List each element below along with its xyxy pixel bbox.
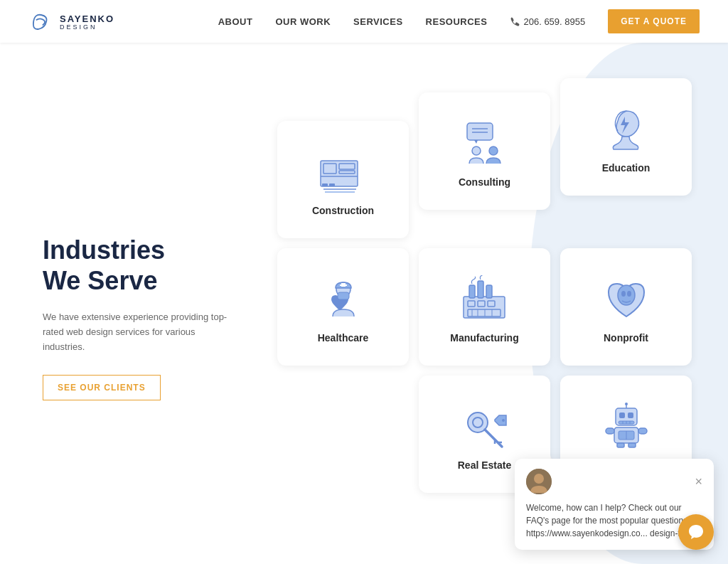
svg-rect-17 [340,284,347,286]
industry-card-construction[interactable]: Construction [277,121,409,238]
page-title: Industries We Serve [43,235,235,296]
svg-rect-21 [478,281,483,298]
svg-rect-18 [338,292,349,299]
industry-card-manufacturing[interactable]: Manufacturing [419,248,550,366]
consulting-icon [456,118,513,168]
get-quote-button[interactable]: GET A QUOTE [608,9,700,33]
svg-point-48 [625,403,628,405]
construction-label: Construction [312,205,374,216]
manufacturing-label: Manufacturing [450,332,518,344]
svg-rect-42 [628,413,633,418]
phone-number: 206. 659. 8955 [510,16,585,27]
svg-line-36 [485,430,502,447]
industry-card-consulting[interactable]: Consulting [419,92,550,210]
svg-rect-54 [617,443,624,447]
industry-card-nonprofit[interactable]: Nonprofit [560,248,692,366]
main-content: Industries We Serve We have extensive ex… [0,43,728,564]
svg-rect-20 [469,285,475,298]
svg-point-32 [621,291,626,297]
industry-card-healthcare[interactable]: Healthcare [277,248,409,366]
svg-point-57 [534,474,544,484]
consulting-label: Consulting [459,176,510,188]
see-clients-button[interactable]: SEE OUR CLIENTS [43,375,161,400]
chat-close-button[interactable]: × [695,474,702,489]
svg-rect-22 [486,285,492,298]
chat-bubble-icon [687,523,705,541]
svg-point-33 [627,291,631,297]
hero-panel: Industries We Serve We have extensive ex… [0,43,263,564]
logo-name: SAYENKO [60,14,114,24]
svg-rect-19 [464,297,505,318]
svg-rect-51 [638,428,647,434]
nav-services[interactable]: SERVICES [353,16,403,27]
nav-resources[interactable]: RESOURCES [426,16,488,27]
healthcare-icon [315,274,372,324]
education-icon [598,104,655,154]
nav-about[interactable]: ABOUT [218,16,253,27]
construction-icon [315,147,372,196]
phone-icon [510,16,520,26]
logo[interactable]: SAYENKO DESIGN [28,9,114,34]
svg-rect-5 [322,183,328,186]
svg-rect-6 [329,183,335,186]
svg-rect-50 [606,428,614,434]
site-header: SAYENKO DESIGN ABOUT OUR WORK SERVICES R… [0,0,728,43]
chat-avatar [526,469,552,494]
technology-icon [598,401,655,451]
chat-header: × [526,469,702,494]
main-nav: ABOUT OUR WORK SERVICES RESOURCES 206. 6… [218,9,700,33]
logo-icon [28,9,54,34]
nav-our-work[interactable]: OUR WORK [275,16,331,27]
svg-point-39 [502,419,505,422]
svg-point-13 [472,147,481,155]
hero-description: We have extensive experience providing t… [43,310,235,354]
chat-bubble-button[interactable] [678,514,714,550]
svg-rect-55 [628,443,636,447]
manufacturing-icon [456,274,513,324]
industry-card-education[interactable]: Education [560,78,692,196]
svg-rect-41 [619,413,625,418]
education-label: Education [602,162,651,174]
nonprofit-label: Nonprofit [604,332,648,344]
logo-sub: DESIGN [60,23,114,31]
nonprofit-icon [598,274,655,324]
healthcare-label: Healthcare [318,332,369,344]
svg-rect-9 [467,123,493,140]
svg-point-14 [489,147,498,155]
svg-marker-12 [474,140,478,144]
realestate-label: Real Estate [458,459,511,471]
chat-message: Welcome, how can I help? Check out our F… [526,501,702,540]
realestate-icon [456,401,513,451]
